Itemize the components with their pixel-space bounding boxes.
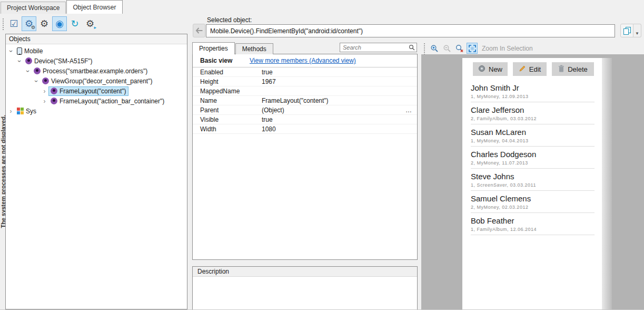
back-button[interactable] — [193, 24, 205, 37]
tree-item[interactable]: ›ViewGroup("decor_content_parent") — [6, 76, 187, 86]
contact-detail: 1, ScreenSaver, 03.03.2011 — [471, 182, 595, 188]
contact-list-item[interactable]: Clare Jefferson2, FamilyAlbum, 03.03.201… — [471, 102, 595, 124]
property-row[interactable]: Visibletrue — [193, 115, 417, 124]
property-name: Name — [193, 97, 262, 104]
edit-button-label: Edit — [529, 65, 541, 73]
tree-item-target[interactable]: FrameLayout("action_bar_container") — [48, 96, 166, 106]
property-value[interactable]: true — [262, 69, 417, 76]
tab-properties[interactable]: Properties — [192, 42, 235, 54]
property-row[interactable]: NameFrameLayout("content") — [193, 96, 417, 105]
property-name: Width — [193, 125, 262, 133]
copy-button[interactable] — [620, 24, 633, 37]
edit-button[interactable]: Edit — [513, 62, 547, 76]
view-options-icon: ☑ — [9, 18, 18, 30]
tree-item[interactable]: ›Sys — [6, 106, 187, 116]
contact-name: Susan McLaren — [471, 128, 595, 137]
expand-chevron-icon[interactable]: › — [7, 108, 15, 114]
ellipsis-button[interactable]: … — [405, 108, 412, 112]
view-options-button[interactable]: ☑ — [6, 16, 21, 31]
contact-list-item[interactable]: Samuel Clemens2, MyMoney, 02.03.2012 — [471, 191, 595, 213]
app-window: Project Workspace Object Browser ☑⚙⚙⚙◉↻⚙… — [0, 0, 644, 310]
new-record-icon — [478, 65, 486, 74]
device-screen-edge — [602, 58, 612, 310]
new-button[interactable]: New — [473, 62, 508, 76]
device-screen[interactable]: NewEditDelete John Smith Jr1, MyMoney, 1… — [462, 58, 602, 310]
contact-detail: 2, MyMoney, 11.07.2013 — [471, 160, 595, 166]
settings-button[interactable]: ⚙ — [37, 16, 52, 31]
tree-item-target[interactable]: Device("SM-A515F") — [23, 56, 95, 66]
object-spy-button[interactable]: ⚙⚙ — [22, 16, 36, 31]
property-value[interactable]: FrameLayout("content") — [262, 97, 417, 104]
toolbar-grip-handle[interactable] — [423, 42, 425, 55]
contact-list-item[interactable]: Bob Feather1, FamilyAlbum, 12.06.2014 — [471, 213, 595, 235]
description-panel: Description — [192, 266, 418, 310]
tree-item[interactable]: ›Mobile — [6, 46, 187, 56]
zoom-in-selection-label: Zoom In Selection — [482, 45, 533, 52]
node-icon — [51, 88, 57, 94]
tab-methods[interactable]: Methods — [235, 43, 273, 54]
zoom-reset-button[interactable] — [454, 43, 465, 54]
node-icon — [51, 98, 57, 104]
contact-list-item[interactable]: Charles Dodgeson2, MyMoney, 11.07.2013 — [471, 147, 595, 169]
collapse-chevron-icon[interactable]: › — [25, 67, 31, 75]
objects-tree: ›Mobile›Device("SM-A515F")›Process("smar… — [6, 44, 187, 116]
tab-project-workspace[interactable]: Project Workspace — [1, 2, 66, 14]
zoom-in-button[interactable] — [429, 43, 440, 54]
tree-item-target[interactable]: Mobile — [15, 46, 45, 56]
advanced-view-link[interactable]: View more members (Advanced view) — [250, 57, 356, 64]
zoom-out-button[interactable] — [441, 43, 452, 54]
property-value[interactable]: true — [262, 116, 417, 123]
contact-list-item[interactable]: John Smith Jr1, MyMoney, 12.09.2013 — [471, 80, 595, 102]
delete-trash-icon — [558, 65, 564, 74]
refresh-button[interactable]: ↻ — [67, 16, 82, 31]
search-input[interactable] — [340, 44, 409, 51]
toolbar-grip-handle[interactable] — [2, 17, 4, 30]
property-name: MappedName — [193, 88, 262, 95]
collapse-chevron-icon[interactable]: › — [8, 47, 14, 55]
tree-item[interactable]: ›FrameLayout("content") — [6, 86, 187, 96]
zoom-fit-icon — [468, 44, 477, 53]
delete-button[interactable]: Delete — [552, 62, 594, 76]
property-value[interactable]: 1967 — [262, 78, 417, 85]
expand-chevron-icon[interactable]: › — [41, 88, 48, 94]
contact-name: Clare Jefferson — [471, 105, 595, 114]
copy-icon — [623, 26, 631, 35]
filter-button[interactable]: ⚙▸ — [83, 16, 97, 31]
property-row[interactable]: Width1080 — [193, 124, 417, 134]
selected-object-input[interactable] — [206, 24, 615, 37]
property-value[interactable]: 1080 — [262, 125, 417, 133]
tree-item-target[interactable]: ViewGroup("decor_content_parent") — [40, 76, 154, 86]
contact-list-item[interactable]: Susan McLaren1, MyMoney, 04.04.2013 — [471, 124, 595, 147]
property-search-box[interactable] — [340, 43, 417, 52]
zoom-fit-button[interactable] — [467, 43, 478, 54]
highlight-object-button[interactable]: ◉ — [52, 16, 67, 31]
tree-item-label: Device("SM-A515F") — [34, 57, 93, 65]
property-value[interactable]: (Object) — [262, 106, 405, 114]
tab-object-browser[interactable]: Object Browser — [66, 0, 122, 14]
selected-object-bar: Selected object: ▼ — [190, 14, 644, 42]
expand-chevron-icon[interactable]: › — [41, 98, 48, 104]
device-button-row: NewEditDelete — [462, 58, 602, 76]
contact-list-item[interactable]: Steve Johns1, ScreenSaver, 03.03.2011 — [471, 169, 595, 191]
chevron-down-icon: ▼ — [635, 31, 639, 36]
settings-icon: ⚙ — [40, 18, 48, 30]
tree-item-target[interactable]: FrameLayout("content") — [48, 86, 128, 96]
object-browser-toolbar: ☑⚙⚙⚙◉↻⚙▸ — [0, 14, 190, 34]
property-row[interactable]: Enabledtrue — [193, 67, 417, 77]
tree-item[interactable]: ›Process("smartbear.example.orders") — [6, 66, 187, 76]
tree-item-target[interactable]: Sys — [15, 106, 38, 116]
copy-dropdown-button[interactable]: ▼ — [633, 24, 641, 37]
tree-item[interactable]: ›FrameLayout("action_bar_container") — [6, 96, 187, 106]
objects-panel: Objects ›Mobile›Device("SM-A515F")›Proce… — [5, 34, 187, 309]
objects-panel-title: Objects — [6, 34, 187, 44]
collapse-chevron-icon[interactable]: › — [16, 57, 23, 65]
contact-detail: 2, FamilyAlbum, 03.03.2012 — [471, 115, 595, 122]
property-row[interactable]: MappedName — [193, 86, 417, 96]
tree-item[interactable]: ›Device("SM-A515F") — [6, 56, 187, 66]
property-row[interactable]: Parent(Object)… — [193, 105, 417, 115]
tree-item-target[interactable]: Process("smartbear.example.orders") — [32, 66, 150, 76]
property-row[interactable]: Height1967 — [193, 77, 417, 86]
contact-name: Bob Feather — [471, 216, 595, 225]
collapse-chevron-icon[interactable]: › — [33, 77, 39, 85]
search-icon — [409, 44, 415, 51]
